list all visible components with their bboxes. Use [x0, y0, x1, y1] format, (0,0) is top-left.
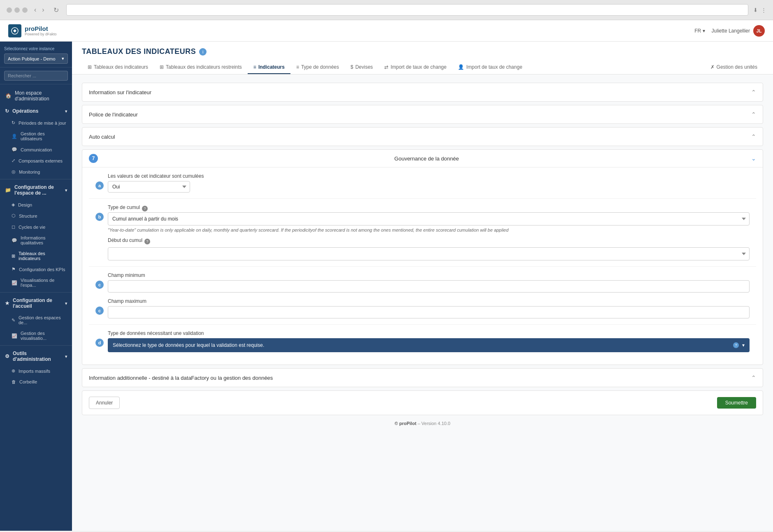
sidebar-item-label: Mon espace d'administration — [15, 90, 67, 102]
type-cumul-help-icon[interactable]: ? — [142, 206, 148, 211]
cumul-select[interactable]: Oui Non — [108, 181, 190, 193]
browser-dot-2 — [14, 7, 20, 13]
footer-version: – Version 4.10.0 — [418, 421, 450, 426]
browser-back-button[interactable]: ‹ — [32, 5, 38, 14]
badge-c2: c — [95, 307, 104, 315]
sidebar-item-infos-qualitatives[interactable]: 💬 Informations qualitatives — [0, 232, 72, 248]
trash-icon: 🗑 — [12, 379, 16, 384]
section-info-additionnelle-header[interactable]: Information additionnelle - destiné à la… — [82, 369, 763, 387]
section-title: Police de l'indicateur — [89, 112, 138, 118]
cancel-button[interactable]: Annuler — [89, 397, 120, 409]
sidebar-sub-label: Gestion des visualisatio... — [21, 331, 67, 341]
sidebar-item-periodes[interactable]: ↻ Périodes de mise à jour — [0, 117, 72, 128]
main-content: Information sur l'indicateur ⌃ Police de… — [72, 74, 773, 531]
avatar[interactable]: JL — [753, 25, 765, 37]
info-icon: 💬 — [12, 238, 17, 243]
import-icon: ⊕ — [12, 368, 15, 374]
page-info-icon[interactable]: i — [199, 48, 207, 56]
sidebar-item-imports[interactable]: ⊕ Imports massifs — [0, 365, 72, 376]
tab-type-donnees[interactable]: ≡ Type de données — [290, 61, 345, 74]
browser-refresh-button[interactable]: ↻ — [51, 5, 61, 15]
chevron-down-icon: ⌄ — [751, 155, 756, 162]
section-info-additionnelle: Information additionnelle - destiné à la… — [82, 368, 763, 387]
cross-icon: ✗ — [710, 64, 715, 70]
tab-label: Tableaux des indicateurs — [94, 64, 148, 70]
type-cumul-select[interactable]: Cumul annuel à partir du mois — [108, 212, 750, 225]
sidebar-item-tableaux[interactable]: ⊞ Tableaux des indicateurs — [0, 248, 72, 264]
page-title-row: TABLEAUX DES INDICATEURS i — [82, 47, 763, 56]
champ-max-input[interactable] — [108, 306, 750, 318]
sidebar-sub-label: Design — [18, 202, 32, 207]
sidebar-item-design[interactable]: ◈ Design — [0, 199, 72, 210]
user-name: Juliette Langellier — [712, 28, 750, 34]
sidebar-item-config-accueil[interactable]: ★ Configuration de l'accueil ▾ — [0, 294, 72, 312]
sidebar-item-structure[interactable]: ⬡ Structure — [0, 210, 72, 221]
section-gouvernance-header[interactable]: 7 Gouvernance de la donnée ⌄ — [82, 150, 763, 167]
submit-button[interactable]: Soumettre — [717, 397, 756, 409]
star-icon: ★ — [5, 300, 9, 306]
champ-min-input[interactable] — [108, 280, 750, 293]
sidebar-sub-label: Monitoring — [19, 170, 40, 174]
sidebar-item-config-espace[interactable]: 📁 Configuration de l'espace de ... ▾ — [0, 181, 72, 199]
search-input[interactable] — [4, 71, 68, 81]
sidebar-item-corbeille[interactable]: 🗑 Corbeille — [0, 376, 72, 387]
sidebar-item-operations[interactable]: ↻ Opérations ▾ — [0, 105, 72, 117]
section-info-indicateur-header[interactable]: Information sur l'indicateur ⌃ — [82, 83, 763, 101]
sidebar-item-cycles[interactable]: ◻ Cycles de vie — [0, 221, 72, 232]
validation-help-icon: ? — [733, 342, 739, 348]
sidebar-item-composants[interactable]: ⤢ Composants externes — [0, 155, 72, 166]
user-icon: 👤 — [12, 134, 17, 139]
tab-gestion-unites[interactable]: ✗ Gestion des unités — [705, 61, 763, 74]
sidebar-item-visualisations[interactable]: 📈 Visualisations de l'espa... — [0, 275, 72, 290]
tab-devises[interactable]: $ Devises — [345, 61, 378, 74]
sidebar-item-communication[interactable]: 💬 Communication — [0, 144, 72, 155]
tab-label: Import de taux de change — [390, 64, 446, 70]
validation-select[interactable]: Sélectionnez le type de données pour leq… — [109, 339, 749, 351]
sidebar-item-outils-admin[interactable]: ⚙ Outils d'administration ▾ — [0, 347, 72, 365]
instance-label: Sélectionnez votre instance — [4, 46, 68, 51]
folder-icon: 📁 — [5, 187, 11, 193]
nav-separator-1 — [0, 179, 72, 179]
language-selector[interactable]: FR ▾ — [694, 28, 705, 34]
tab-import-taux2[interactable]: 👤 Import de taux de change — [452, 61, 528, 74]
debut-cumul-help-icon[interactable]: ? — [144, 239, 150, 244]
browser-download-icon[interactable]: ⬇ — [753, 7, 758, 13]
sidebar-item-gestion-visu[interactable]: 📈 Gestion des visualisatio... — [0, 328, 72, 344]
chat-icon: 💬 — [12, 147, 17, 152]
badge-c1: c — [95, 281, 104, 289]
app-container: proPilot Powered by dFakto FR ▾ Juliette… — [0, 20, 773, 531]
section-police-indicateur-header[interactable]: Police de l'indicateur ⌃ — [82, 105, 763, 123]
section-title: Gouvernance de la donnée — [395, 156, 459, 162]
home-icon: 🏠 — [5, 93, 12, 99]
browser-more-icon[interactable]: ⋮ — [761, 7, 766, 13]
top-bar: proPilot Powered by dFakto FR ▾ Juliette… — [0, 20, 773, 42]
sidebar-group-label: Configuration de l'espace de ... — [14, 184, 62, 196]
logo-brand: proPilot — [25, 25, 57, 32]
debut-cumul-select[interactable] — [108, 247, 750, 260]
table-icon: ⊞ — [12, 253, 15, 259]
champ-max-label: Champ maximum — [108, 298, 750, 304]
page-header: TABLEAUX DES INDICATEURS i ⊞ Tableaux de… — [72, 42, 773, 74]
section-auto-calcul-header[interactable]: Auto calcul ⌃ — [82, 128, 763, 146]
sidebar-sub-label: Communication — [21, 147, 52, 152]
sidebar-item-utilisateurs[interactable]: 👤 Gestion des utilisateurs — [0, 128, 72, 144]
browser-address-bar[interactable] — [66, 4, 748, 16]
sidebar-item-monitoring[interactable]: ◎ Monitoring — [0, 166, 72, 177]
tab-tableaux[interactable]: ⊞ Tableaux des indicateurs — [82, 61, 154, 74]
section-gouvernance: 7 Gouvernance de la donnée ⌄ a Les valeu… — [82, 149, 763, 365]
section-info-indicateur: Information sur l'indicateur ⌃ — [82, 83, 763, 102]
cumul-label: Les valeurs de cet indicateur sont cumul… — [108, 173, 750, 179]
sidebar-item-gestion-espaces[interactable]: ✎ Gestion des espaces de... — [0, 312, 72, 328]
browser-dots — [7, 7, 28, 13]
tab-label: Gestion des unités — [717, 64, 757, 70]
tab-tableaux-restreints[interactable]: ⊞ Tableaux des indicateurs restreints — [154, 61, 248, 74]
sidebar-item-config-kpis[interactable]: ⚑ Configuration des KPIs — [0, 264, 72, 275]
tab-indicateurs[interactable]: ≡ Indicateurs — [248, 61, 290, 74]
gear-icon: ⚙ — [5, 353, 9, 359]
browser-forward-button[interactable]: › — [40, 5, 46, 14]
edit-icon: ✎ — [12, 318, 15, 323]
instance-dropdown[interactable]: Action Publique - Demo ▾ — [4, 53, 68, 64]
sidebar-sub-label: Gestion des utilisateurs — [21, 131, 67, 141]
sidebar-item-mon-espace[interactable]: 🏠 Mon espace d'administration — [0, 87, 72, 105]
tab-import-taux1[interactable]: ⇄ Import de taux de change — [378, 61, 452, 74]
